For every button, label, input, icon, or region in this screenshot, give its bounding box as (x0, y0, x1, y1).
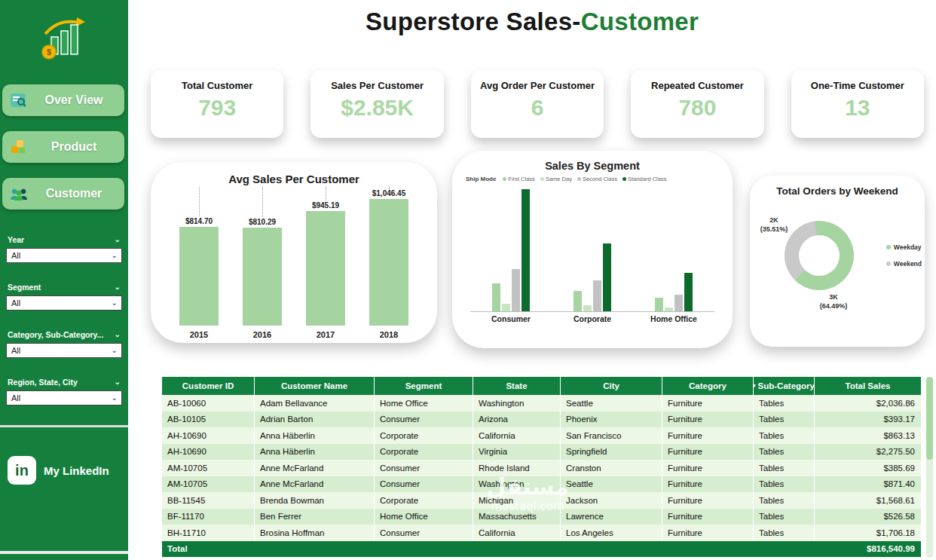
filter-segment-header[interactable]: Segment ⌄ (0, 283, 128, 292)
bar-2017[interactable] (306, 211, 345, 326)
table-cell: Anne McFarland (255, 460, 375, 476)
linkedin-label: My LinkedIn (44, 464, 109, 477)
donut-label-weekday: 3K (64.49%) (807, 293, 860, 311)
chart-title: Avg Sales Per Customer (151, 173, 437, 185)
column-header-customer-id[interactable]: Customer ID (162, 377, 255, 395)
column-header-category[interactable]: Category (662, 377, 754, 395)
bar-2016[interactable] (243, 228, 282, 326)
legend-item-weekday[interactable]: Weekday (886, 243, 922, 251)
leader-line (389, 187, 390, 188)
column-header-total-sales[interactable]: Total Sales (815, 377, 921, 395)
segment-bar[interactable] (502, 304, 510, 311)
customer-sales-table: Customer ID Customer Name Segment State … (162, 377, 921, 557)
bar-2015[interactable] (179, 227, 219, 326)
table-cell: $393.17 (815, 412, 921, 428)
table-row[interactable]: BF-11170Ben FerrerHome OfficeMassachuset… (162, 509, 921, 525)
segment-bar[interactable] (593, 280, 601, 311)
table-cell: Furniture (662, 427, 754, 444)
legend-item-second-class[interactable]: Second Class (577, 176, 617, 182)
filter-region-select[interactable]: All ⌄ (6, 390, 122, 405)
table-cell: AB-10105 (162, 412, 255, 428)
filter-label: Category, Sub-Category... (8, 330, 103, 339)
chevron-down-icon: ⌄ (115, 331, 121, 338)
filter-year-header[interactable]: Year ⌄ (0, 235, 128, 244)
kpi-card-sales-per-customer: Sales Per Customer $2.85K (310, 70, 443, 138)
table-cell: Arizona (473, 412, 561, 428)
legend-item-first-class[interactable]: First Class (503, 176, 534, 182)
legend-item-weekend[interactable]: Weekend (886, 260, 922, 268)
chevron-down-icon: ⌄ (115, 378, 121, 386)
segment-bar[interactable] (665, 308, 673, 311)
sidebar-item-overview[interactable]: Over View (2, 84, 124, 116)
data-label: $945.19 (312, 201, 339, 210)
bar-2018[interactable] (369, 199, 408, 326)
table-cell: Furniture (662, 460, 754, 476)
table-row[interactable]: AM-10705Anne McFarlandConsumerRhode Isla… (162, 460, 921, 476)
table-cell: Furniture (662, 509, 754, 525)
table-row[interactable]: AM-10705Anne McFarlandConsumerWashington… (162, 476, 921, 493)
sidebar-item-customer[interactable]: Customer (2, 178, 124, 210)
filter-region-header[interactable]: Region, State, City ⌄ (0, 378, 128, 387)
axis-label: Consumer (491, 314, 531, 323)
table-row[interactable]: AB-10105Adrian BartonConsumerArizonaPhoe… (162, 412, 921, 428)
sidebar-item-product[interactable]: Product (2, 131, 124, 163)
segment-bar[interactable] (492, 283, 500, 311)
table-cell: Corporate (375, 444, 473, 461)
table-cell: Anne McFarland (255, 476, 375, 493)
column-header-city[interactable]: City (561, 377, 662, 395)
column-header-customer-name[interactable]: Customer Name (255, 377, 375, 395)
sidebar-nav: Over View Product Customer (2, 84, 124, 210)
scrollbar-thumb[interactable] (926, 377, 933, 460)
filter-year-select[interactable]: All ⌄ (6, 248, 122, 263)
table-cell: Tables (754, 476, 815, 493)
kpi-value: 6 (531, 95, 544, 121)
filter-category-header[interactable]: Category, Sub-Category... ⌄ (0, 330, 128, 339)
header-label: Sub-Category (758, 381, 815, 390)
divider (0, 425, 128, 427)
table-row[interactable]: AH-10690Anna HäberlinCorporateCalifornia… (162, 427, 921, 444)
table-row[interactable]: BB-11545Brenda BowmanCorporateMichiganJa… (162, 492, 921, 509)
donut-chart: 2K (35.51%) 3K (64.49%) Weekday Weekend (750, 197, 925, 332)
filter-category-select[interactable]: All ⌄ (6, 343, 122, 358)
table-cell: Furniture (662, 476, 754, 493)
segment-bar[interactable] (603, 243, 611, 311)
axis-label: 2016 (253, 326, 271, 339)
table-cell: Tables (754, 509, 815, 525)
column-header-state[interactable]: State (473, 377, 561, 395)
table-cell: Ben Ferrer (255, 509, 375, 525)
column-header-segment[interactable]: Segment (375, 377, 473, 395)
table-row[interactable]: AB-10060Adam BellavanceHome OfficeWashin… (162, 395, 921, 412)
legend-dot (503, 177, 506, 181)
title-prefix: Superstore Sales- (366, 8, 581, 35)
table-cell: Brosina Hoffman (255, 525, 375, 541)
table-cell: Tables (754, 412, 815, 428)
segment-bar[interactable] (522, 189, 530, 311)
segment-bar[interactable] (574, 291, 582, 311)
bar-column-2017: $945.19 2017 (306, 187, 345, 339)
table-row[interactable]: AH-10690Anna HäberlinCorporateVirginiaSp… (162, 444, 921, 461)
segment-bar[interactable] (655, 298, 663, 311)
segment-bar[interactable] (512, 269, 520, 311)
table-cell: Home Office (375, 509, 473, 525)
segment-bar[interactable] (674, 295, 683, 311)
segment-bar[interactable] (583, 305, 592, 311)
table-row[interactable]: BH-11710Brosina HoffmanConsumerCaliforni… (162, 525, 921, 541)
legend-item-same-day[interactable]: Same Day (540, 176, 572, 182)
scrollbar[interactable] (926, 377, 933, 558)
kpi-label: Total Customer (182, 80, 252, 91)
svg-text:$: $ (47, 47, 51, 57)
filter-segment-select[interactable]: All ⌄ (6, 295, 122, 311)
table-cell: Tables (754, 460, 815, 476)
table-cell: Jackson (561, 492, 662, 509)
legend-label: Weekday (894, 243, 922, 251)
table-cell: $1,706.18 (815, 525, 921, 541)
header-label: Category (689, 381, 726, 390)
table-cell: $526.58 (815, 509, 921, 525)
filter-segment: Segment ⌄ All ⌄ (0, 283, 128, 311)
filter-year: Year ⌄ All ⌄ (0, 235, 128, 263)
table-cell: Tables (754, 444, 815, 461)
linkedin-link[interactable]: in My LinkedIn (8, 456, 128, 485)
legend-item-standard-class[interactable]: Standard Class (622, 176, 666, 182)
column-header-sub-category[interactable]: ▾Sub-Category (754, 377, 815, 395)
segment-bar[interactable] (684, 273, 693, 311)
